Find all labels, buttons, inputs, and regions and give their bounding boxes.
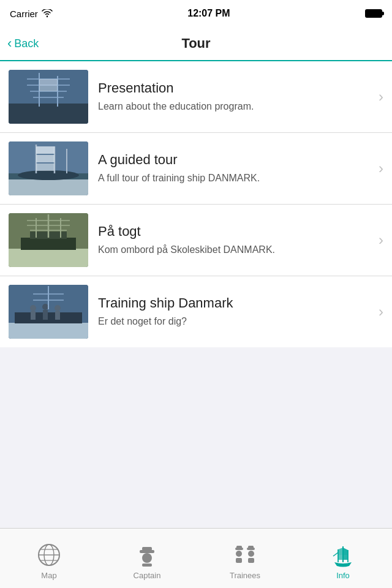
tab-trainees-label: Trainees [230,571,260,580]
svg-point-50 [142,553,152,563]
svg-point-0 [47,16,48,17]
svg-rect-57 [248,546,254,548]
item-subtitle: Er det noget for dig? [98,315,369,328]
svg-rect-12 [9,178,88,195]
wifi-icon [42,9,53,18]
nav-bar: ‹ Back Tour [0,27,392,61]
svg-rect-33 [15,312,82,323]
item-thumbnail [9,285,88,339]
chevron-right-icon: › [379,160,383,177]
svg-rect-23 [21,238,76,250]
svg-marker-20 [36,164,55,171]
item-title: På togt [98,224,369,239]
svg-point-14 [18,170,79,180]
status-time: 12:07 PM [187,8,230,19]
item-title: A guided tour [98,152,369,168]
chevron-right-icon: › [379,88,383,105]
svg-point-58 [248,551,254,557]
svg-marker-19 [36,155,55,162]
item-subtitle: Learn about the education program. [98,100,369,113]
list-item[interactable]: På togt Kom ombord på Skoleskibet DANMAR… [0,205,392,276]
svg-point-34 [30,305,36,311]
svg-line-67 [333,552,338,556]
list-item[interactable]: Presentation Learn about the education p… [0,61,392,133]
status-right [365,9,382,18]
svg-marker-64 [338,548,343,555]
list-item[interactable]: Training ship Danmark Er det noget for d… [0,276,392,347]
item-title: Presentation [98,80,369,96]
svg-rect-2 [9,104,88,124]
list-item[interactable]: A guided tour A full tour of training sh… [0,133,392,205]
svg-rect-37 [43,310,48,320]
tab-bar: Map Captain Trainees [0,528,392,588]
svg-rect-32 [9,323,88,339]
svg-rect-49 [142,547,152,551]
svg-point-38 [55,305,61,311]
svg-marker-65 [343,555,348,560]
svg-rect-35 [31,311,36,320]
carrier-label: Carrier [10,9,38,19]
svg-rect-22 [9,249,88,267]
status-left: Carrier [10,9,53,19]
svg-marker-18 [36,146,55,154]
item-text: På togt Kom ombord på Skoleskibet DANMAR… [98,224,383,257]
item-subtitle: Kom ombord på Skoleskibet DANMARK. [98,243,369,257]
svg-rect-51 [142,564,152,567]
tab-captain-label: Captain [134,571,161,580]
tab-info-label: Info [336,571,350,580]
battery-icon [365,9,382,18]
item-text: A guided tour A full tour of training sh… [98,152,383,185]
chevron-right-icon: › [379,232,383,249]
svg-rect-59 [248,558,254,563]
back-chevron-icon: ‹ [7,37,12,50]
svg-marker-10 [39,85,58,91]
item-thumbnail [9,70,88,124]
info-ship-icon [330,541,356,568]
captain-icon [134,541,160,568]
back-label: Back [14,37,39,50]
svg-rect-53 [236,546,242,548]
trainees-icon [232,541,258,568]
svg-rect-39 [55,311,60,320]
page-title: Tour [181,36,210,51]
item-thumbnail [9,141,88,195]
svg-marker-63 [343,548,348,555]
tab-info[interactable]: Info [294,537,392,580]
tour-list: Presentation Learn about the education p… [0,61,392,347]
tab-map[interactable]: Map [0,537,98,580]
back-button[interactable]: ‹ Back [7,37,39,50]
svg-rect-55 [236,558,242,563]
svg-marker-9 [39,79,58,85]
tab-trainees[interactable]: Trainees [196,537,294,580]
item-text: Presentation Learn about the education p… [98,80,383,113]
svg-point-36 [42,304,48,310]
tab-map-label: Map [41,571,56,580]
map-icon [36,541,62,568]
chevron-right-icon: › [379,303,383,320]
item-text: Training ship Danmark Er det noget for d… [98,295,383,328]
item-subtitle: A full tour of training ship DANMARK. [98,172,369,185]
item-title: Training ship Danmark [98,295,369,311]
status-bar: Carrier 12:07 PM [0,0,392,27]
svg-marker-66 [338,555,343,560]
tab-captain[interactable]: Captain [98,537,196,580]
svg-point-54 [236,551,242,557]
item-thumbnail [9,213,88,267]
